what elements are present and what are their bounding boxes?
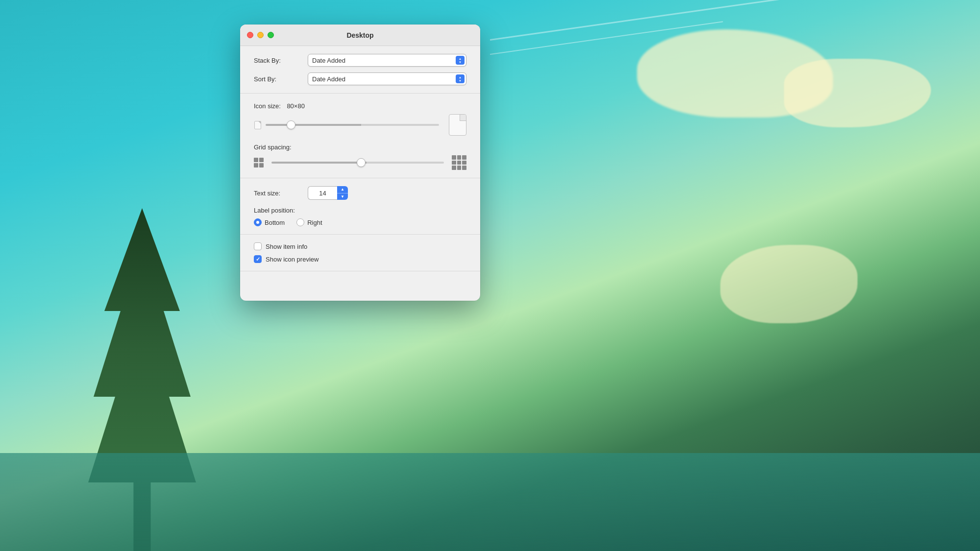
stack-by-row: Stack By: Date Added None Kind Date Last… bbox=[254, 54, 466, 67]
traffic-lights bbox=[247, 32, 274, 38]
stack-by-label: Stack By: bbox=[254, 57, 308, 64]
large-file-icon bbox=[449, 114, 466, 136]
show-icon-preview-label: Show icon preview bbox=[266, 256, 318, 263]
icon-size-slider[interactable] bbox=[266, 124, 439, 126]
small-file-icon bbox=[254, 121, 261, 129]
stack-by-select-wrapper: Date Added None Kind Date Last Opened Da… bbox=[308, 54, 466, 67]
label-position-bottom-option[interactable]: Bottom bbox=[254, 218, 285, 226]
sort-by-label: Sort By: bbox=[254, 75, 308, 83]
label-position-right-option[interactable]: Right bbox=[296, 218, 322, 226]
radio-right-label: Right bbox=[307, 219, 322, 226]
icon-size-label-row: Icon size: 80×80 bbox=[254, 101, 466, 110]
stack-by-select[interactable]: Date Added None Kind Date Last Opened Da… bbox=[308, 54, 466, 67]
sky-lines bbox=[490, 39, 784, 88]
window-title: Desktop bbox=[346, 31, 373, 39]
stack-sort-section: Stack By: Date Added None Kind Date Last… bbox=[240, 46, 480, 94]
text-size-decrement-button[interactable]: ▼ bbox=[337, 193, 348, 200]
icon-grid-section: Icon size: 80×80 Grid spacing: bbox=[240, 94, 480, 178]
close-button[interactable] bbox=[247, 32, 253, 38]
text-size-label: Text size: bbox=[254, 190, 308, 197]
grid-spacing-label: Grid spacing: bbox=[254, 144, 292, 151]
window-titlebar: Desktop bbox=[240, 24, 480, 46]
icon-size-value: 80×80 bbox=[287, 102, 305, 110]
text-size-increment-button[interactable]: ▲ bbox=[337, 186, 348, 193]
radio-bottom-label: Bottom bbox=[265, 219, 285, 226]
icon-size-text-group: Icon size: 80×80 bbox=[254, 101, 305, 110]
text-size-stepper: ▲ ▼ bbox=[308, 186, 348, 200]
radio-bottom-icon bbox=[254, 218, 262, 226]
show-icon-preview-checkbox[interactable] bbox=[254, 255, 262, 263]
sort-by-select-wrapper: Date Added Name Kind Date Last Opened Da… bbox=[308, 72, 466, 85]
radio-right-icon bbox=[296, 218, 304, 226]
checkboxes-section: Show item info Show icon preview bbox=[240, 235, 480, 271]
show-item-info-checkbox[interactable] bbox=[254, 242, 262, 250]
show-icon-preview-row: Show icon preview bbox=[254, 255, 466, 263]
grid-small-icon bbox=[254, 158, 264, 168]
grid-large-icon bbox=[452, 155, 466, 170]
text-size-input[interactable] bbox=[308, 186, 337, 200]
desktop-preferences-window: Desktop Stack By: Date Added None Kind D… bbox=[240, 24, 480, 301]
sort-by-select[interactable]: Date Added Name Kind Date Last Opened Da… bbox=[308, 72, 466, 85]
label-position-radio-group: Bottom Right bbox=[254, 218, 466, 226]
label-position-label: Label position: bbox=[254, 207, 295, 214]
water bbox=[0, 453, 980, 551]
text-label-section: Text size: ▲ ▼ Label position: Bottom bbox=[240, 178, 480, 235]
text-size-row: Text size: ▲ ▼ bbox=[254, 186, 466, 200]
grid-spacing-label-row: Grid spacing: bbox=[254, 143, 466, 151]
icon-size-slider-row bbox=[254, 114, 466, 136]
window-content: Stack By: Date Added None Kind Date Last… bbox=[240, 46, 480, 301]
maximize-button[interactable] bbox=[268, 32, 274, 38]
bottom-spacer bbox=[240, 271, 480, 301]
text-size-stepper-buttons: ▲ ▼ bbox=[337, 186, 348, 200]
grid-spacing-slider[interactable] bbox=[271, 162, 444, 164]
minimize-button[interactable] bbox=[257, 32, 264, 38]
show-item-info-label: Show item info bbox=[266, 243, 307, 250]
icon-size-label: Icon size: bbox=[254, 102, 281, 110]
show-item-info-row: Show item info bbox=[254, 242, 466, 250]
label-position-group: Label position: Bottom Right bbox=[254, 206, 466, 226]
sort-by-row: Sort By: Date Added Name Kind Date Last … bbox=[254, 72, 466, 85]
icon-size-small-icon bbox=[254, 120, 262, 130]
grid-spacing-slider-row bbox=[254, 155, 466, 170]
cloud-3 bbox=[720, 245, 858, 323]
